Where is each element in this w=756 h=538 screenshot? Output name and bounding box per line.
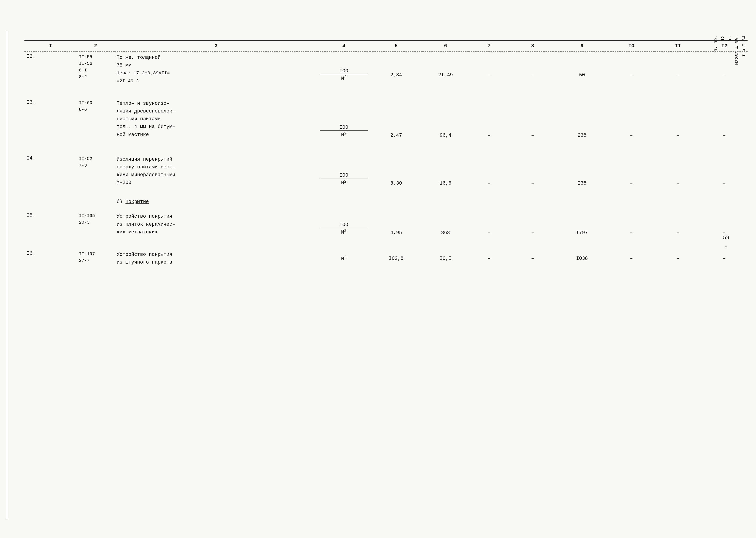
table-row: I4. II-527-3 Изоляция перекрытий сверху … (25, 154, 748, 188)
row-15-desc: Устройство покрытия из плиток керамичес–… (115, 211, 318, 238)
row-14-col11: – (655, 154, 701, 188)
row-14-col12: – (701, 154, 748, 188)
row-14-col10: – (608, 154, 654, 188)
row-12-refs: II-55II-568-I8-2 (77, 52, 115, 87)
col-header-7: 7 (469, 40, 509, 52)
row-14-col7: – (469, 154, 509, 188)
row-16-col10: – (608, 249, 654, 268)
row-13-col10: – (608, 98, 654, 140)
row-12-num: I2. (25, 52, 77, 87)
row-12-col5: 2,34 (370, 52, 422, 87)
row-14-unit: IOO M2 (318, 154, 370, 188)
row-16-col11: – (655, 249, 701, 268)
col-header-4: 4 (318, 40, 370, 52)
row-15-col7: – (469, 211, 509, 238)
row-15-col11: – (655, 211, 701, 238)
row-16-num: I6. (25, 249, 77, 268)
row-12-desc: То же, толщиной75 мм Цена: 17,2+0,39×II=… (115, 52, 318, 87)
row-14-num: I4. (25, 154, 77, 188)
col-header-11: II (655, 40, 701, 52)
row-16-col9: IO38 (556, 249, 608, 268)
row-12-col9: 50 (556, 52, 608, 87)
row-13-col5: 2,47 (370, 98, 422, 140)
row-13-num: I3. (25, 98, 77, 140)
row-16-unit: M2 (318, 249, 370, 268)
col-header-9: 9 (556, 40, 608, 52)
table-header: I 2 3 4 5 6 7 8 9 IO II I2 (25, 40, 748, 52)
row-14-col9: I38 (556, 154, 608, 188)
table-row: I6. II-19727-7 Устройство покрытия из шт… (25, 249, 748, 268)
row-16-col6: IO,I (422, 249, 469, 268)
section-b-label (25, 197, 115, 206)
section-b-title: б) Покрытие (115, 197, 748, 206)
row-13-col6: 96,4 (422, 98, 469, 140)
row-13-unit: IOO M2 (318, 98, 370, 140)
row-16-col8: – (509, 249, 556, 268)
row-16-col7: – (469, 249, 509, 268)
row-13-col12: – (701, 98, 748, 140)
col-header-6: 6 (422, 40, 469, 52)
col-header-5: 5 (370, 40, 422, 52)
row-15-col8: – (509, 211, 556, 238)
main-table: I 2 3 4 5 6 7 8 9 IO II I2 I2. II-55II-5… (25, 40, 748, 268)
row-15-col6: 363 (422, 211, 469, 238)
row-15-num: I5. (25, 211, 77, 238)
row-13-refs: II-608-6 (77, 98, 115, 140)
row-14-desc: Изоляция перекрытий сверху плитами жест–… (115, 154, 318, 188)
spacer-row-5 (25, 238, 748, 249)
row-12-col10: – (608, 52, 654, 87)
row-15-col10: – (608, 211, 654, 238)
row-16-refs: II-19727-7 (77, 249, 115, 268)
row-12-col6: 2I,49 (422, 52, 469, 87)
row-15-refs: II-I3520-3 (77, 211, 115, 238)
page: п. пр. IX т. МЭ252-4-30. I ч.I.84 59 – I… (0, 0, 756, 538)
row-15-col9: I797 (556, 211, 608, 238)
row-12-col11: – (655, 52, 701, 87)
row-16-col5: IO2,8 (370, 249, 422, 268)
row-13-col9: 238 (556, 98, 608, 140)
row-12-unit: IOO M2 (318, 52, 370, 87)
row-14-col6: 16,6 (422, 154, 469, 188)
row-12-col7: – (469, 52, 509, 87)
row-14-col5: 8,30 (370, 154, 422, 188)
row-15-col12: – (701, 211, 748, 238)
spacer-row-1 (25, 87, 748, 98)
table-row: I3. II-608-6 Тепло– и звукоизо– ляция др… (25, 98, 748, 140)
row-12-col12: – (701, 52, 748, 87)
col-header-1: I (25, 40, 77, 52)
table-row: I2. II-55II-568-I8-2 То же, толщиной75 м… (25, 52, 748, 87)
col-header-10: IO (608, 40, 654, 52)
col-header-3: 3 (115, 40, 318, 52)
col-header-2: 2 (77, 40, 115, 52)
row-13-col7: – (469, 98, 509, 140)
col-header-12: I2 (701, 40, 748, 52)
row-13-col11: – (655, 98, 701, 140)
spacer-row-2 (25, 140, 748, 154)
row-14-col8: – (509, 154, 556, 188)
col-header-8: 8 (509, 40, 556, 52)
row-15-col5: 4,95 (370, 211, 422, 238)
row-15-unit: IOO M2 (318, 211, 370, 238)
row-13-col8: – (509, 98, 556, 140)
row-16-desc: Устройство покрытия из штучного паркета (115, 249, 318, 268)
table-row: I5. II-I3520-3 Устройство покрытия из пл… (25, 211, 748, 238)
row-14-refs: II-527-3 (77, 154, 115, 188)
left-border (7, 31, 7, 519)
row-12-col8: – (509, 52, 556, 87)
row-13-desc: Тепло– и звукоизо– ляция древесноволок– … (115, 98, 318, 140)
row-16-col12: – (701, 249, 748, 268)
section-b-row: б) Покрытие (25, 197, 748, 206)
spacer-row-4 (25, 206, 748, 211)
spacer-row-3 (25, 188, 748, 197)
